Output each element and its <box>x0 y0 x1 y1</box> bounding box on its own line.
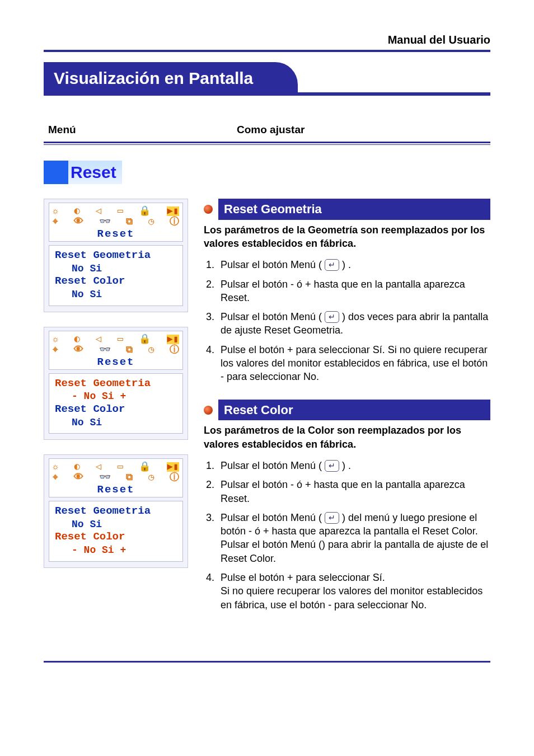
step-text: Pulsar el botón Menú ( ↵ ) del menú y lu… <box>221 511 490 565</box>
step-item: 4.Pulse el botón + para seleccionar Sí. … <box>206 343 490 384</box>
eye-icon: 👁 <box>74 473 83 482</box>
step-item: 3.Pulsar el botón Menú ( ↵ ) dos veces p… <box>206 310 490 337</box>
screen-icon: ▭ <box>118 462 123 472</box>
osd-iconrow-2: ⌖ 👁 👓 ⧉ ◷ ⓘ <box>53 345 179 355</box>
step-item: 2.Pulsar el botón - ó + hasta que en la … <box>206 478 490 505</box>
osd-iconbar: ☼ ◐ ◁ ▭ 🔒 ▶▮ ⌖ 👁 👓 ⧉ ◷ ⓘ <box>49 203 183 242</box>
osd-panel: Reset Geometria - No Si + Reset Color No… <box>49 373 183 434</box>
step-number: 1. <box>206 459 217 472</box>
columns-header: Menú Como ajustar <box>44 124 490 142</box>
contrast-icon: ◐ <box>74 206 80 216</box>
key-icon: ⌖ <box>53 345 58 355</box>
osd-iconrow-1: ☼ ◐ ◁ ▭ 🔒 ▶▮ <box>53 335 179 344</box>
step-text: Pulsar el botón - ó + hasta que en la pa… <box>221 278 490 305</box>
screen-icon: ▭ <box>118 206 123 216</box>
osd-opts-color: No Si <box>55 288 177 301</box>
brightness-icon: ☼ <box>53 335 58 344</box>
step-text: Pulsar el botón - ó + hasta que en la pa… <box>221 478 490 505</box>
highlight-icon: ▶▮ <box>167 335 179 344</box>
hsize-icon: ◁ <box>96 335 101 344</box>
osd-bar-title: Reset <box>53 356 179 368</box>
screen-icon: ▭ <box>118 335 123 344</box>
osd-bar-title: Reset <box>53 228 179 240</box>
menu-button-icon: ↵ <box>325 259 339 271</box>
step-item: 3.Pulsar el botón Menú ( ↵ ) del menú y … <box>206 511 490 565</box>
brightness-icon: ☼ <box>53 462 58 472</box>
section-label-square <box>44 161 68 184</box>
step-number: 4. <box>206 571 217 612</box>
step-item: 1.Pulsar el botón Menú ( ↵ ) . <box>206 459 490 472</box>
page-icon: ⧉ <box>126 345 133 355</box>
step-text: Pulsar el botón Menú ( ↵ ) dos veces par… <box>221 310 490 337</box>
subhead-reset-geometria: Reset Geometria <box>204 199 490 220</box>
osd-line-reset-color: Reset Color <box>55 530 177 544</box>
osd-panel: Reset Geometria No Si Reset Color No Si <box>49 245 183 306</box>
clock-icon: ◷ <box>148 217 154 227</box>
brightness-icon: ☼ <box>53 206 58 216</box>
osd-iconbar: ☼ ◐ ◁ ▭ 🔒 ▶▮ ⌖ 👁 👓 ⧉ ◷ ⓘ <box>49 458 183 497</box>
step-number: 3. <box>206 511 217 565</box>
left-column: ☼ ◐ ◁ ▭ 🔒 ▶▮ ⌖ 👁 👓 ⧉ ◷ ⓘ <box>44 199 188 627</box>
step-text: Pulse el botón + para seleccionar Sí. Si… <box>221 343 490 384</box>
page-icon: ⧉ <box>126 473 133 482</box>
osd-iconbar: ☼ ◐ ◁ ▭ 🔒 ▶▮ ⌖ 👁 👓 ⧉ ◷ ⓘ <box>49 331 183 370</box>
step-number: 1. <box>206 258 217 271</box>
osd-line-reset-geometria: Reset Geometria <box>55 505 177 518</box>
col-header-right: Como ajustar <box>237 124 490 136</box>
lead-text: Los parámetros de la Geometría son reemp… <box>204 223 490 251</box>
steps-list-2: 1.Pulsar el botón Menú ( ↵ ) .2.Pulsar e… <box>204 459 490 612</box>
right-column: Reset Geometria Los parámetros de la Geo… <box>204 199 490 627</box>
osd-line-reset-color: Reset Color <box>55 403 177 416</box>
clock-icon: ◷ <box>148 345 154 355</box>
glasses-icon: 👓 <box>99 473 111 482</box>
bullet-icon <box>204 205 213 214</box>
info-icon: ⓘ <box>170 345 179 355</box>
footer-rule <box>44 661 490 663</box>
subhead-title: Reset Geometria <box>218 199 490 220</box>
step-item: 4.Pulse el botón + para seleccionar Sí. … <box>206 571 490 612</box>
menu-button-icon: ↵ <box>325 311 339 323</box>
menu-button-icon: ↵ <box>325 460 339 472</box>
title-tail <box>298 92 490 96</box>
step-number: 2. <box>206 478 217 505</box>
eye-icon: 👁 <box>74 345 83 355</box>
glasses-icon: 👓 <box>99 217 111 227</box>
col-header-left: Menú <box>44 124 237 136</box>
lead-text: Los parámetros de la Color son reemplaza… <box>204 424 490 451</box>
step-item: 2.Pulsar el botón - ó + hasta que en la … <box>206 278 490 305</box>
highlight-icon: ▶▮ <box>167 206 179 216</box>
page-title: Visualización en Pantalla <box>44 62 298 96</box>
section-label-text: Reset <box>68 161 122 184</box>
step-text: Pulse el botón + para seleccionar Sí. Si… <box>221 571 490 612</box>
osd-opts-geometria: No Si <box>55 518 177 531</box>
step-text: Pulsar el botón Menú ( ↵ ) . <box>221 258 351 271</box>
hsize-icon: ◁ <box>96 206 101 216</box>
step-number: 3. <box>206 310 217 337</box>
step-number: 2. <box>206 278 217 305</box>
lock-icon: 🔒 <box>139 335 151 344</box>
subhead-reset-color: Reset Color <box>204 400 490 421</box>
osd-bar-title: Reset <box>53 483 179 496</box>
osd-panel: Reset Geometria No Si Reset Color - No S… <box>49 501 183 562</box>
osd-iconrow-2: ⌖ 👁 👓 ⧉ ◷ ⓘ <box>53 473 179 482</box>
subhead-title: Reset Color <box>218 400 490 421</box>
body-columns: ☼ ◐ ◁ ▭ 🔒 ▶▮ ⌖ 👁 👓 ⧉ ◷ ⓘ <box>44 199 490 627</box>
lock-icon: 🔒 <box>139 206 151 216</box>
step-text: Pulsar el botón Menú ( ↵ ) . <box>221 459 351 472</box>
step-item: 1.Pulsar el botón Menú ( ↵ ) . <box>206 258 490 271</box>
contrast-icon: ◐ <box>74 462 80 472</box>
section-label: Reset <box>44 161 122 184</box>
osd-opts-color: No Si <box>55 416 177 429</box>
header-rule-thick <box>44 142 490 143</box>
header-rule-thin <box>44 144 490 145</box>
osd-opts-geometria: - No Si + <box>55 390 177 403</box>
osd-line-reset-geometria: Reset Geometria <box>55 249 177 262</box>
key-icon: ⌖ <box>53 217 58 227</box>
step-number: 4. <box>206 343 217 384</box>
glasses-icon: 👓 <box>99 345 111 355</box>
osd-box-2: ☼ ◐ ◁ ▭ 🔒 ▶▮ ⌖ 👁 👓 ⧉ ◷ ⓘ <box>44 327 188 440</box>
eye-icon: 👁 <box>74 217 83 227</box>
osd-line-reset-geometria: Reset Geometria <box>55 377 177 391</box>
hsize-icon: ◁ <box>96 462 101 472</box>
key-icon: ⌖ <box>53 473 58 482</box>
